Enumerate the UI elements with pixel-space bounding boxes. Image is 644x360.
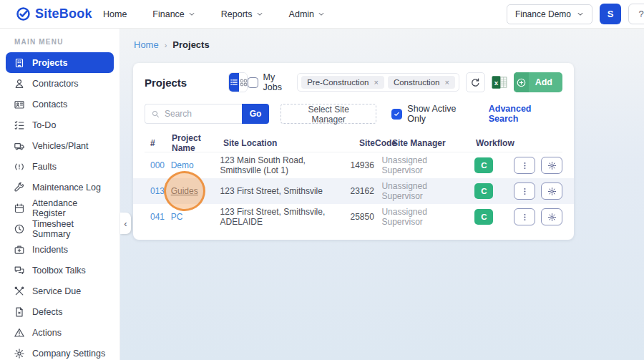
export-excel-button[interactable]: x (492, 75, 507, 89)
table-row: 041PC123 First Street, Smithsvile, ADELA… (145, 204, 562, 230)
panel-header: Projects My Jobs Pre-Construction×Constr… (145, 72, 562, 92)
row-settings-button[interactable] (541, 183, 562, 200)
my-jobs-checkbox[interactable]: My Jobs (248, 72, 291, 92)
site-code-cell: 25850 (350, 212, 381, 222)
sidebar-item-label: Defects (32, 307, 62, 317)
tools-icon (14, 286, 25, 297)
sidebar-item-to-do[interactable]: To-Do (6, 115, 114, 135)
sidebar-item-label: Vehicles/Plant (32, 141, 89, 151)
document-x-icon (14, 306, 25, 318)
brand-logo[interactable]: SiteBook (0, 6, 99, 21)
breadcrumb-home-link[interactable]: Home (134, 39, 159, 50)
project-number-link[interactable]: 013 (150, 186, 165, 196)
nav-item-reports[interactable]: Reports (221, 9, 263, 19)
sidebar-item-maintenance-log[interactable]: Maintenance Log (6, 177, 114, 198)
filter-chip-construction[interactable]: Construction× (388, 76, 455, 89)
breadcrumb: Home › Projects (120, 29, 644, 50)
filter-chip-pre-construction[interactable]: Pre-Construction× (301, 76, 384, 89)
breadcrumb-current: Projects (172, 39, 209, 50)
select-site-manager-button[interactable]: Select Site Manager (280, 104, 376, 124)
workflow-badge[interactable]: C (474, 157, 493, 173)
sidebar-section-label: MAIN MENU (0, 29, 119, 52)
clock-icon (14, 223, 25, 235)
gear-icon (547, 213, 557, 222)
search-box (145, 104, 242, 124)
gear-icon (547, 187, 557, 196)
sidebar-item-incidents[interactable]: Incidents (6, 239, 114, 260)
add-button[interactable]: Add (514, 72, 562, 92)
sidebar-item-service-due[interactable]: Service Due (6, 281, 114, 301)
filter-chips-box: Pre-Construction×Construction× (297, 73, 459, 92)
advanced-search-link[interactable]: Advanced Search (489, 104, 562, 124)
checklist-icon (14, 120, 25, 131)
refresh-button[interactable] (466, 72, 485, 92)
view-toggle (228, 72, 247, 92)
go-button[interactable]: Go (242, 104, 269, 124)
row-menu-button[interactable] (514, 183, 535, 200)
row-menu-button[interactable] (514, 208, 535, 225)
row-settings-button[interactable] (541, 208, 562, 225)
first-aid-icon (14, 244, 25, 256)
avatar-button[interactable]: S (600, 4, 621, 24)
grid-view-icon (239, 78, 247, 87)
sidebar-item-projects[interactable]: Projects (6, 52, 114, 73)
panel-header-actions: My Jobs Pre-Construction×Construction× x… (248, 72, 562, 92)
sidebar-item-timesheet-summary[interactable]: Timesheet Summary (6, 218, 114, 239)
column-header-project-name: Project Name (172, 133, 223, 153)
project-name-link[interactable]: PC (171, 212, 183, 222)
add-button-label: Add (529, 72, 562, 92)
nav-item-label: Home (103, 9, 127, 19)
search-input[interactable] (165, 109, 236, 119)
sidebar-item-contractors[interactable]: Contractors (6, 73, 114, 94)
brand-name: SiteBook (35, 6, 92, 21)
table-row: 013Guides123 First Street, Smithsvile231… (133, 178, 574, 204)
workflow-badge[interactable]: C (474, 183, 493, 199)
nav-item-admin[interactable]: Admin (289, 9, 325, 19)
sidebar-item-toolbox-talks[interactable]: Toolbox Talks (6, 260, 114, 281)
sidebar-item-contacts[interactable]: Contacts (6, 94, 114, 115)
sidebar-item-defects[interactable]: Defects (6, 301, 114, 322)
sidebar-item-actions[interactable]: Actions (6, 322, 114, 343)
sidebar-item-vehicles-plant[interactable]: Vehicles/Plant (6, 135, 114, 156)
gear-icon (14, 348, 25, 359)
nav-item-home[interactable]: Home (103, 9, 127, 19)
panel-title: Projects (145, 77, 187, 89)
sidebar-item-company-settings[interactable]: Company Settings (6, 343, 114, 360)
row-settings-button[interactable] (541, 157, 562, 174)
row-menu-button[interactable] (514, 157, 535, 174)
sidebar-item-label: Attendance Register (32, 198, 109, 218)
circle-plus-icon (514, 72, 529, 92)
org-selector-dropdown[interactable]: Finance Demo (507, 4, 592, 24)
project-name-link[interactable]: Demo (171, 160, 194, 170)
sidebar-item-faults[interactable]: Faults (6, 156, 114, 177)
column-header-workflow: Workflow (476, 138, 530, 148)
sidebar: MAIN MENU ProjectsContractorsContactsTo-… (0, 29, 120, 360)
site-code-cell: 23162 (350, 186, 381, 196)
column-header-site-manager: Site Manager (392, 138, 476, 148)
project-name-link[interactable]: Guides (171, 186, 198, 196)
show-active-only-checkbox[interactable]: Show Active Only (391, 104, 475, 124)
sidebar-item-attendance-register[interactable]: Attendance Register (6, 198, 114, 218)
contractor-icon (14, 78, 25, 89)
sidebar-item-label: Toolbox Talks (32, 266, 86, 276)
help-button[interactable]: ? (628, 4, 644, 24)
grid-view-button[interactable] (239, 73, 247, 92)
sidebar-item-label: Service Due (32, 286, 81, 296)
list-view-button[interactable] (229, 73, 239, 92)
column-header-: # (145, 138, 172, 148)
checkbox-unchecked-icon (248, 77, 258, 88)
remove-chip-icon[interactable]: × (374, 79, 378, 87)
sidebar-menu: ProjectsContractorsContactsTo-DoVehicles… (0, 52, 119, 360)
svg-text:x: x (494, 79, 498, 87)
nav-item-finance[interactable]: Finance (152, 9, 195, 19)
sidebar-collapse-toggle[interactable]: ‹ (120, 213, 131, 234)
kebab-icon (520, 213, 530, 222)
nav-item-label: Finance (152, 9, 184, 19)
project-number-link[interactable]: 041 (150, 212, 165, 222)
nav-item-label: Reports (221, 9, 253, 19)
workflow-badge[interactable]: C (474, 209, 493, 225)
remove-chip-icon[interactable]: × (444, 79, 449, 87)
project-number-link[interactable]: 000 (150, 160, 165, 170)
refresh-icon (470, 77, 481, 88)
filter-chip-label: Pre-Construction (307, 78, 369, 87)
